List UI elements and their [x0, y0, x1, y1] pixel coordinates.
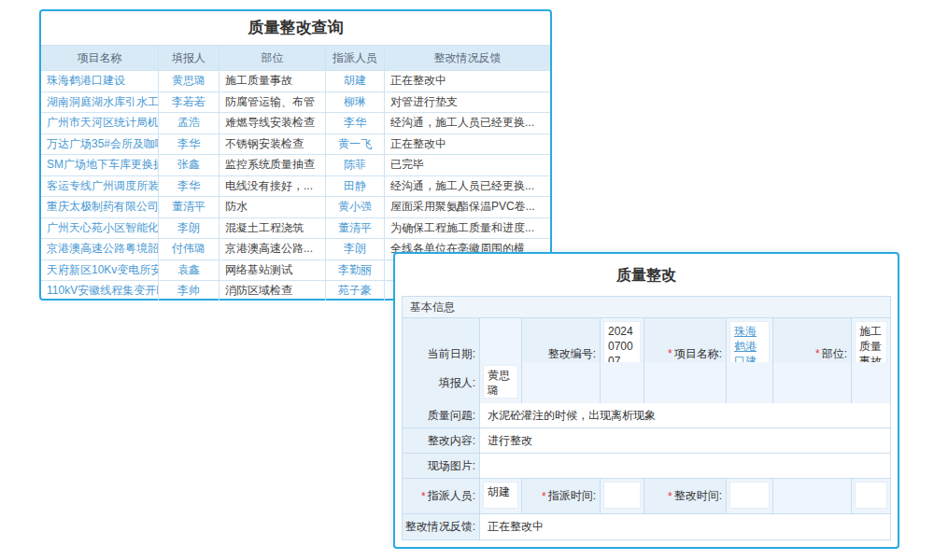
project-name-cell[interactable]: 广州天心苑小区智能化系统 — [41, 217, 159, 239]
project-link[interactable]: 客运专线广州调度所装修项 — [47, 178, 158, 194]
part-cell: 防水 — [219, 196, 326, 217]
part-cell: 京港澳高速公路... — [219, 238, 326, 259]
table-row: 珠海鹤港口建设 黄思璐 施工质量事故 胡建 正在整改中 — [41, 70, 550, 91]
form-title: 质量整改 — [402, 254, 891, 296]
feedback-cell: 屋面采用聚氨酯保温PVC卷... — [385, 196, 550, 217]
project-link[interactable]: 110kV安徽线程集变开断线 — [47, 283, 158, 299]
part-cell: 消防区域检查 — [219, 280, 326, 301]
form-row-2: 填报人: 黄思璐 — [402, 362, 890, 403]
required-marker: * — [668, 490, 672, 503]
form-row-7: 整改情况反馈: 正在整改中 — [402, 514, 890, 540]
table-row: SM广场地下车库更换摄像 张鑫 监控系统质量抽查 陈菲 已完毕 — [41, 154, 550, 175]
assignee-cell: 苑子豪 — [326, 280, 385, 301]
column-header-part: 部位 — [219, 45, 326, 70]
part-cell: 电线没有接好，... — [219, 175, 326, 197]
assignee-cell: 董清平 — [326, 217, 385, 239]
part-cell: 防腐管运输、布管 — [219, 91, 326, 113]
form-row-4: 整改内容: 进行整改 — [402, 428, 890, 454]
rectify-time-cell — [726, 479, 772, 514]
part-cell: 施工质量事故 — [219, 70, 326, 91]
filler-label: 填报人: — [402, 362, 479, 404]
feedback-cell: 对管进行垫支 — [385, 91, 550, 113]
project-name-cell[interactable]: 天府新区10Kv变电所安装工 — [41, 259, 159, 281]
part-cell: 不锈钢安装检查 — [219, 133, 326, 155]
project-link[interactable]: 万达广场35#会所及咖啡厅 — [47, 136, 158, 152]
feedback-cell: 已完毕 — [385, 154, 550, 175]
project-name-cell[interactable]: SM广场地下车库更换摄像 — [41, 154, 159, 175]
part-cell: 网络基站测试 — [219, 259, 326, 281]
required-marker: * — [815, 347, 820, 360]
content-label: 整改内容: — [402, 428, 479, 454]
filler-cell: 黄思璐 — [159, 70, 219, 91]
assignee-input[interactable]: 胡建 — [483, 482, 518, 509]
filler-value-cell: 黄思璐 — [479, 362, 521, 404]
feedback-cell: 正在整改中 — [385, 133, 550, 155]
feedback-cell: 经沟通，施工人员已经更换... — [385, 175, 550, 197]
assignee-cell: 李勤丽 — [326, 259, 385, 281]
assignee-cell: 陈菲 — [326, 154, 385, 175]
quality-rectification-form-panel: 质量整改 基本信息 当前日期: 整改编号: 2024070007 *项目名称: … — [393, 252, 899, 549]
filler-input[interactable]: 黄思璐 — [483, 365, 518, 399]
query-panel-title: 质量整改查询 — [41, 11, 550, 45]
extra-input[interactable] — [855, 482, 887, 509]
assignee-cell: 黄小强 — [326, 196, 385, 217]
form-row-5: 现场图片: — [402, 454, 890, 479]
filler-cell: 张鑫 — [159, 154, 219, 175]
assign-time-input[interactable] — [603, 482, 641, 509]
assignee-label: *指派人员: — [402, 479, 479, 514]
project-name-cell[interactable]: 重庆太极制药有限公司亳州 — [41, 196, 159, 217]
project-name-cell[interactable]: 客运专线广州调度所装修项 — [41, 175, 159, 197]
project-link[interactable]: 广州市天河区统计局机房改 — [47, 115, 158, 131]
form-row-1: 当前日期: 整改编号: 2024070007 *项目名称: 珠海鹤港口建设 *部… — [402, 318, 890, 362]
content-value: 进行整改 — [479, 428, 890, 454]
assignee-cell: 胡建 — [326, 70, 385, 91]
project-link[interactable]: 京港澳高速公路粤境韶关至 — [47, 241, 158, 257]
column-header-feedback: 整改情况反馈 — [385, 45, 550, 70]
project-name-cell[interactable]: 万达广场35#会所及咖啡厅 — [41, 133, 159, 155]
filler-cell: 李华 — [159, 175, 219, 197]
filler-cell: 孟浩 — [159, 112, 219, 133]
part-cell: 混凝土工程浇筑 — [219, 217, 326, 239]
project-name-cell[interactable]: 湖南洞庭湖水库引水工程施 — [41, 91, 159, 113]
project-link[interactable]: 湖南洞庭湖水库引水工程施 — [47, 94, 158, 110]
feedback-value: 正在整改中 — [479, 514, 890, 540]
project-link[interactable]: 广州天心苑小区智能化系统 — [47, 220, 158, 236]
project-name-cell[interactable]: 110kV安徽线程集变开断线 — [41, 280, 159, 301]
photo-value — [479, 454, 890, 479]
column-header-filler: 填报人 — [159, 45, 219, 70]
filler-cell: 付伟璐 — [159, 238, 219, 259]
column-header-assignee: 指派人员 — [326, 45, 385, 70]
filler-cell: 李帅 — [159, 280, 219, 301]
project-name-cell[interactable]: 珠海鹤港口建设 — [41, 70, 159, 91]
assign-time-cell — [600, 479, 644, 514]
table-row: 客运专线广州调度所装修项 李华 电线没有接好，... 田静 经沟通，施工人员已经… — [41, 175, 550, 197]
project-link[interactable]: 重庆太极制药有限公司亳州 — [47, 199, 158, 215]
project-name-cell[interactable]: 广州市天河区统计局机房改 — [41, 112, 159, 133]
screen: 质量整改查询 项目名称 填报人 部位 指派人员 整改情况反馈 珠海鹤港口建设 黄… — [0, 0, 934, 560]
project-link[interactable]: 珠海鹤港口建设 — [47, 73, 125, 89]
basic-info-section-header: 基本信息 — [402, 296, 891, 318]
filler-cell: 袁鑫 — [159, 259, 219, 281]
filler-cell: 李朗 — [159, 217, 219, 239]
assignee-cell: 李朗 — [326, 238, 385, 259]
form-row-3: 质量问题: 水泥砼灌注的时候，出现离析现象 — [402, 403, 890, 428]
assignee-cell: 柳琳 — [326, 91, 385, 113]
filler-cell: 董清平 — [159, 196, 219, 217]
required-marker: * — [542, 490, 546, 503]
table-row: 湖南洞庭湖水库引水工程施 李若若 防腐管运输、布管 柳琳 对管进行垫支 — [41, 91, 550, 113]
rectify-time-input[interactable] — [729, 482, 770, 509]
form-body: 当前日期: 整改编号: 2024070007 *项目名称: 珠海鹤港口建设 *部… — [402, 318, 891, 540]
rectify-time-label: *整改时间: — [644, 479, 726, 514]
required-marker: * — [421, 490, 426, 503]
assign-time-label: *指派时间: — [521, 479, 600, 514]
project-name-cell[interactable]: 京港澳高速公路粤境韶关至 — [41, 238, 159, 259]
table-row: 重庆太极制药有限公司亳州 董清平 防水 黄小强 屋面采用聚氨酯保温PVC卷... — [41, 196, 550, 217]
table-row: 万达广场35#会所及咖啡厅 李华 不锈钢安装检查 黄一飞 正在整改中 — [41, 133, 550, 155]
project-link[interactable]: SM广场地下车库更换摄像 — [47, 157, 158, 173]
feedback-cell: 正在整改中 — [385, 70, 550, 91]
project-link[interactable]: 天府新区10Kv变电所安装工 — [47, 262, 158, 278]
part-cell: 监控系统质量抽查 — [219, 154, 326, 175]
assignee-cell: 李华 — [326, 112, 385, 133]
problem-value: 水泥砼灌注的时候，出现离析现象 — [479, 403, 890, 428]
photo-label: 现场图片: — [402, 454, 479, 479]
